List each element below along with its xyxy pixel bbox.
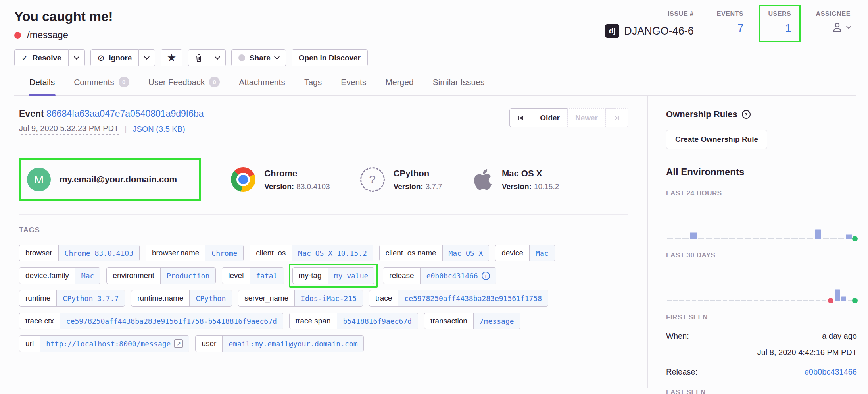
baseline-dash: [823, 238, 829, 239]
event-label: Event: [19, 108, 44, 119]
tag-value-link[interactable]: e0b0bc431466i: [420, 268, 496, 284]
chrome-icon: [231, 167, 255, 192]
tag-row: browserChrome 83.0.4103browser.nameChrom…: [19, 245, 628, 261]
users-count[interactable]: 1: [768, 22, 791, 35]
browser-name: Chrome: [264, 168, 330, 179]
tag-value-link[interactable]: Production: [160, 268, 215, 284]
tag-key: level: [222, 268, 250, 284]
tag-value-link[interactable]: Chrome 83.0.4103: [58, 245, 139, 261]
tag-key: device.family: [19, 268, 75, 284]
share-button[interactable]: Share: [231, 49, 286, 66]
bookmark-button[interactable]: ★: [161, 49, 182, 66]
chart-slot: [841, 296, 846, 301]
tab-events[interactable]: Events: [340, 72, 367, 95]
help-icon[interactable]: ?: [742, 110, 751, 119]
tag-value-link[interactable]: http://localhost:8000/message↗: [40, 336, 189, 352]
external-link-icon[interactable]: ↗: [174, 339, 183, 348]
baseline-dash: [706, 238, 712, 239]
baseline-dash: [776, 238, 782, 239]
assignee-selector[interactable]: [816, 21, 851, 34]
baseline-dash: [784, 238, 790, 239]
resolve-dropdown-button[interactable]: [69, 49, 85, 66]
avatar: M: [27, 168, 51, 191]
info-icon[interactable]: i: [482, 272, 490, 280]
tag-value-link[interactable]: my value: [328, 268, 374, 284]
apple-icon: [472, 168, 493, 191]
create-ownership-rule-button[interactable]: Create Ownership Rule: [666, 130, 767, 149]
tag-row: trace.ctxce5978250aff4438ba283e91561f175…: [19, 313, 628, 329]
delete-dropdown-button[interactable]: [209, 49, 226, 66]
tag-value-link[interactable]: CPython: [189, 290, 232, 306]
events-count[interactable]: 7: [717, 22, 744, 35]
chart-slot: [768, 238, 774, 239]
event-count-bar: [815, 229, 821, 239]
tab-label: Events: [341, 77, 366, 87]
tag-key: transaction: [424, 313, 473, 329]
stat-issue-number: ISSUE # dj DJANGO-46-6: [605, 10, 694, 38]
issue-tabs: DetailsComments0User Feedback0Attachment…: [14, 72, 856, 96]
annotation-box-tag: my-tagmy value: [289, 264, 378, 288]
tag-pill-runtime: runtimeCPython 3.7.7: [19, 290, 125, 307]
first-seen-release-link[interactable]: e0b0bc431466: [805, 367, 857, 377]
tag-value-link[interactable]: Mac OS X: [442, 245, 489, 261]
tag-pill-server_name: server_nameIdos-iMac-215: [238, 290, 363, 307]
tag-value-link[interactable]: CPython 3.7.7: [56, 290, 125, 306]
when-label: When:: [666, 332, 689, 341]
tag-value-link[interactable]: b5418816f9aec67d: [337, 313, 418, 329]
runtime-context-card: ? CPython Version:3.7.7: [360, 167, 442, 192]
tab-comments[interactable]: Comments0: [73, 72, 130, 95]
tag-value-link[interactable]: email:my.email@your.domain.com: [222, 336, 363, 352]
chart-slot: [816, 300, 820, 301]
tag-value-link[interactable]: ce5978250aff4438ba283e91561f1758: [398, 290, 548, 306]
tab-label: Similar Issues: [433, 77, 485, 87]
chart-slot: [729, 238, 735, 239]
environments-heading: All Environments: [666, 166, 857, 178]
baseline-dash: [682, 238, 689, 239]
chart-slot: [785, 300, 789, 301]
tab-attachments[interactable]: Attachments: [238, 72, 286, 95]
baseline-dash: [753, 238, 759, 239]
tab-tags[interactable]: Tags: [303, 72, 323, 95]
tag-value-link[interactable]: ce5978250aff4438ba283e91561f1758-b541881…: [60, 313, 283, 329]
tab-details[interactable]: Details: [29, 72, 56, 95]
events-chart-24h[interactable]: [666, 215, 857, 239]
tag-value-link[interactable]: Mac: [75, 268, 100, 284]
events-chart-30d[interactable]: [666, 277, 857, 301]
tag-pill-url: urlhttp://localhost:8000/message↗: [19, 335, 189, 352]
tab-label: Details: [29, 77, 55, 87]
delete-button[interactable]: [188, 49, 209, 66]
tab-similar-issues[interactable]: Similar Issues: [432, 72, 486, 95]
event-count-bar: [690, 232, 697, 239]
tag-value-link[interactable]: Idos-iMac-215: [294, 290, 363, 306]
open-in-discover-button[interactable]: Open in Discover: [292, 49, 368, 66]
baseline-dash: [768, 238, 774, 239]
event-id-link[interactable]: 86684fa63aa047e7a0540801a9d9f6ba: [46, 108, 204, 119]
issue-short-id[interactable]: dj DJANGO-46-6: [605, 24, 694, 38]
chart-slot: [698, 238, 705, 239]
chart-slot: [667, 238, 673, 239]
event-pagination: Older Newer: [509, 108, 628, 127]
event-json-link[interactable]: JSON (3.5 KB): [133, 125, 185, 134]
tab-user-feedback[interactable]: User Feedback0: [148, 72, 221, 95]
baseline-dash: [729, 238, 735, 239]
ignore-dropdown-button[interactable]: [139, 49, 155, 66]
baseline-dash: [716, 300, 721, 301]
chart-slot: [838, 238, 845, 239]
version-label: Version:: [394, 182, 423, 191]
tag-value-link[interactable]: Chrome: [205, 245, 243, 261]
chart-slot: [754, 300, 759, 301]
tags-heading: TAGS: [19, 226, 628, 234]
tab-merged[interactable]: Merged: [384, 72, 414, 95]
tag-value-link[interactable]: Mac OS X 10.15.2: [292, 245, 373, 261]
resolve-button[interactable]: ✓ Resolve: [14, 49, 69, 66]
chart-slot: [791, 238, 798, 239]
baseline-dash: [803, 300, 808, 301]
tag-value-link[interactable]: /message: [473, 313, 520, 329]
version-label: Version:: [502, 182, 532, 191]
tag-value-link[interactable]: fatal: [250, 268, 283, 284]
tag-pill-level: levelfatal: [222, 267, 284, 284]
tag-value-link[interactable]: Mac: [529, 245, 555, 261]
older-event-button[interactable]: Older: [532, 108, 568, 127]
ignore-button[interactable]: ⊘ Ignore: [90, 49, 139, 66]
oldest-event-button[interactable]: [509, 108, 532, 127]
